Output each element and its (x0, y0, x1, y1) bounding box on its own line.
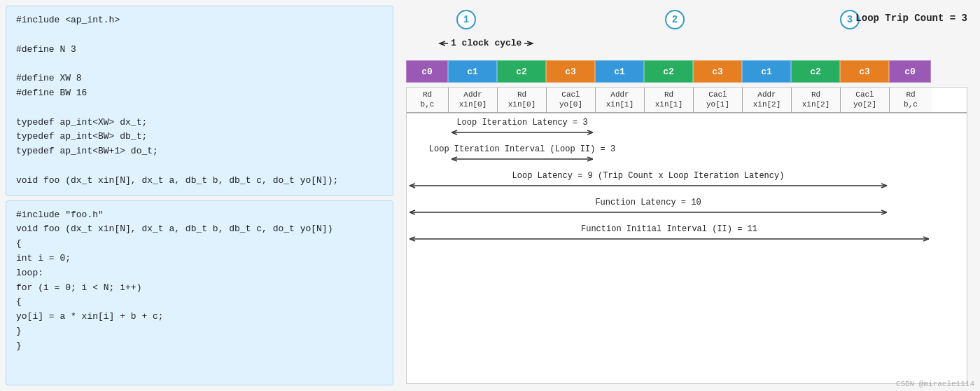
timing-arrow (410, 235, 929, 242)
pipeline-cell: c0 (889, 60, 931, 83)
clock-cycle-annotation: 1 clock cycle (438, 38, 534, 48)
arrows-section: Loop Iteration Latency = 3Loop Iteration… (406, 114, 967, 384)
table-header-cell: Rdb,c (890, 88, 932, 112)
table-header-cell: Caclyo[2] (841, 88, 890, 112)
pipeline-cell: c2 (644, 60, 693, 83)
right-panel: 1 2 3 Loop Trip Count = 3 1 clock cycle … (399, 0, 980, 391)
pipeline-cell: c1 (742, 60, 791, 83)
pipeline-cell: c2 (497, 60, 546, 83)
pipeline-cell: c0 (406, 60, 448, 83)
table-header-cell: Rdxin[1] (645, 88, 694, 112)
timing-row: Loop Iteration Latency = 3 (407, 116, 967, 143)
table-header-cell: Addrxin[2] (743, 88, 792, 112)
header-row: 1 2 3 Loop Trip Count = 3 1 clock cycle (406, 7, 967, 57)
table-header-row: Rdb,cAddrxin[0]Rdxin[0]Caclyo[0]Addrxin[… (407, 88, 967, 113)
pipeline-cell: c3 (546, 60, 595, 83)
timing-arrow (410, 182, 887, 189)
timing-arrow (410, 209, 887, 216)
pipeline-cell: c3 (840, 60, 889, 83)
right-arrow-icon (524, 40, 534, 47)
pipeline-bar: c0c1c2c3c1c2c3c1c2c3c0 (406, 60, 967, 83)
left-arrow-icon (438, 40, 448, 47)
timing-label: Loop Latency = 9 (Trip Count x Loop Iter… (512, 171, 785, 181)
pipeline-cell: c2 (791, 60, 840, 83)
timing-arrow (451, 156, 593, 163)
timing-arrow (451, 129, 593, 136)
table-header-cell: Rdxin[0] (498, 88, 547, 112)
table-header-cell: Rdxin[2] (792, 88, 841, 112)
pipeline-cell: c1 (595, 60, 644, 83)
circle-1: 1 (456, 10, 476, 29)
timing-label: Loop Iteration Interval (Loop II) = 3 (429, 144, 615, 154)
timing-row: Function Initial Interval (II) = 11 (407, 223, 967, 249)
table-header-cell: Caclyo[0] (547, 88, 596, 112)
left-panel: #include <ap_int.h> #define N 3 #define … (0, 0, 399, 391)
timing-label: Loop Iteration Latency = 3 (456, 118, 587, 128)
table-section: Rdb,cAddrxin[0]Rdxin[0]Caclyo[0]Addrxin[… (406, 87, 967, 114)
clock-cycle-label: 1 clock cycle (451, 38, 522, 48)
top-code-box: #include <ap_int.h> #define N 3 #define … (6, 6, 393, 196)
pipeline-cell: c1 (448, 60, 497, 83)
table-header-cell: Caclyo[1] (694, 88, 743, 112)
table-header-cell: Rdb,c (407, 88, 449, 112)
watermark: CSDN @miracle1114 (896, 380, 974, 388)
circle-2: 2 (665, 10, 685, 29)
bottom-code-box: #include "foo.h"void foo (dx_t xin[N], d… (6, 200, 393, 385)
pipeline-cell: c3 (693, 60, 742, 83)
table-header-cell: Addrxin[0] (449, 88, 498, 112)
timing-label: Function Latency = 10 (595, 198, 701, 207)
table-header-cell: Addrxin[1] (596, 88, 645, 112)
timing-row: Function Latency = 10 (407, 196, 967, 223)
loop-trip-label: Loop Trip Count = 3 (855, 13, 967, 24)
timing-row: Loop Latency = 9 (Trip Count x Loop Iter… (407, 170, 967, 196)
timing-label: Function Initial Interval (II) = 11 (581, 224, 757, 234)
timing-row: Loop Iteration Interval (Loop II) = 3 (407, 143, 967, 170)
